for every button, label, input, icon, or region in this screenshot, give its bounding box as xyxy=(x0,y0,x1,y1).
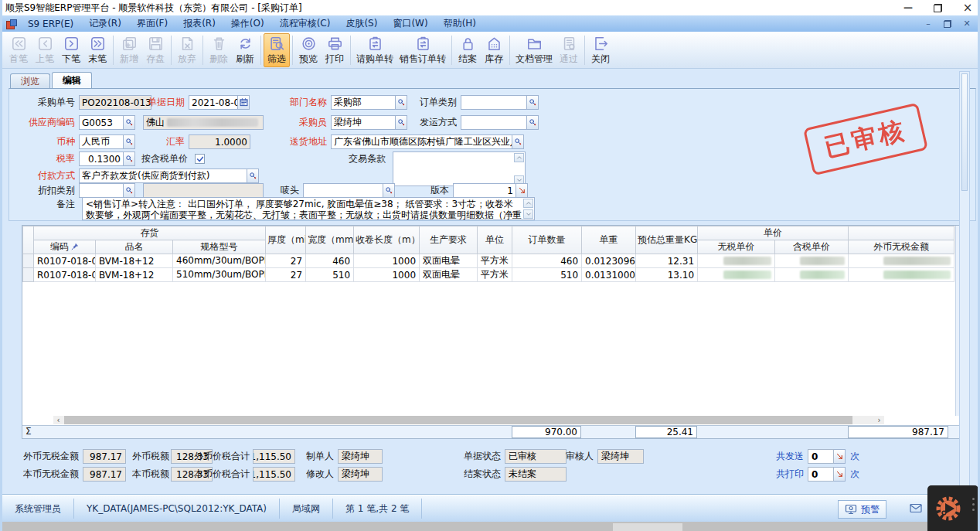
tab-browse[interactable]: 浏览 xyxy=(10,73,50,88)
cell-foreign-amount[interactable] xyxy=(849,268,954,282)
buyer-lookup-icon[interactable] xyxy=(396,115,407,130)
unit-price-group-header[interactable]: 单价 xyxy=(698,226,849,240)
sales-order-transfer-button[interactable]: 销售订单转 xyxy=(396,33,449,67)
cell-name[interactable]: BVM-18+12 xyxy=(96,268,173,282)
cell-spec[interactable]: 510mm/30um/BOPP预涂触... xyxy=(173,268,266,282)
cell-unit[interactable]: 平方米 xyxy=(478,268,512,282)
remark-field[interactable]: <销售订单>转入注意： 出口国外订单， 厚度要够27mic, 胶面电晕值≥38；… xyxy=(82,197,535,220)
mail-icon[interactable] xyxy=(910,502,922,517)
mdi-close-button[interactable]: ✕ xyxy=(962,19,971,29)
cell-unit-weight[interactable]: 0.0123096 xyxy=(582,254,636,268)
cell-total-weight[interactable]: 13.10 xyxy=(636,268,698,282)
scrollbar-thumb[interactable] xyxy=(64,416,852,424)
panel-vertical-scrollbar[interactable] xyxy=(959,71,970,495)
printed-count-value[interactable]: 0 xyxy=(808,467,834,482)
restore-button[interactable] xyxy=(934,4,942,12)
cell-unit-weight[interactable]: 0.0131000 xyxy=(582,268,636,282)
col-thickness[interactable]: 厚度（mic） xyxy=(266,226,306,254)
currency-field[interactable]: 人民币 xyxy=(79,134,124,149)
menu-item-1[interactable]: S9 ERP(E) xyxy=(20,15,81,32)
grid-horizontal-scrollbar[interactable]: ‹ › xyxy=(53,416,884,424)
payment-field[interactable]: 客户齐款发货(供应商货到付款) xyxy=(79,168,247,183)
cell-width[interactable]: 510 xyxy=(306,268,354,282)
mark-field[interactable] xyxy=(303,183,383,198)
supplier-code-field[interactable]: G0053 xyxy=(79,115,124,130)
col-spec[interactable]: 规格型号 xyxy=(173,240,266,254)
overlay-menu-dots[interactable] xyxy=(972,498,975,511)
inventory-button[interactable]: 库存 xyxy=(481,33,507,67)
grid-row[interactable]: R0107-018-0460-...BVM-18+12460mm/30um/BO… xyxy=(23,254,954,268)
cell-thickness[interactable]: 27 xyxy=(266,254,306,268)
mark-lookup-icon[interactable] xyxy=(383,183,395,198)
version-spin-icon[interactable] xyxy=(516,183,528,198)
cell-spec[interactable]: 460mm/30um/BOPP预涂触... xyxy=(173,254,266,268)
last-record-button[interactable]: 末笔 xyxy=(84,33,111,67)
document-management-button[interactable]: 文档管理 xyxy=(512,33,556,67)
col-total-weight[interactable]: 预估总重量KG xyxy=(636,226,698,254)
filter-button[interactable]: 筛选 xyxy=(264,33,290,67)
currency-lookup-icon[interactable] xyxy=(124,134,135,149)
cell-code[interactable]: R0107-018-0460-... xyxy=(34,254,96,268)
cell-qty[interactable]: 510 xyxy=(512,268,582,282)
scroll-down-icon[interactable] xyxy=(523,209,533,219)
pin-icon[interactable] xyxy=(69,241,79,252)
alert-button[interactable]: 预警 xyxy=(838,500,886,519)
cell-length[interactable]: 1000 xyxy=(354,268,420,282)
dept-lookup-icon[interactable] xyxy=(396,95,407,110)
discount-lookup-icon[interactable] xyxy=(124,183,135,198)
menu-item-2[interactable]: 记录(R) xyxy=(81,15,129,32)
po-no-field[interactable]: PO202108-013 xyxy=(79,95,151,110)
requisition-transfer-button[interactable]: 请购单转 xyxy=(353,33,396,67)
address-field[interactable]: 广东省佛山市顺德区陈村镇广隆工业区兴业八路9号之一 xyxy=(331,134,512,149)
row-indicator[interactable] xyxy=(23,268,34,282)
menu-item-5[interactable]: 操作(O) xyxy=(223,15,272,32)
scroll-right-icon[interactable]: › xyxy=(874,416,884,424)
rate-field[interactable]: 1.0000 xyxy=(189,134,250,149)
cell-code[interactable]: R0107-018-0510-... xyxy=(34,268,96,282)
sent-count-value[interactable]: 0 xyxy=(808,449,834,464)
cell-foreign-amount[interactable] xyxy=(849,254,954,268)
cell-unit[interactable]: 平方米 xyxy=(478,254,512,268)
col-price-no-tax[interactable]: 无税单价 xyxy=(698,240,775,254)
menu-item-7[interactable]: 皮肤(S) xyxy=(338,15,385,32)
minimize-button[interactable]: — xyxy=(903,2,914,13)
col-unit[interactable]: 单位 xyxy=(478,226,512,254)
print-button[interactable]: 打印 xyxy=(322,33,348,67)
col-unit-weight[interactable]: 单重 xyxy=(582,226,636,254)
menu-item-6[interactable]: 流程审核(C) xyxy=(272,15,339,32)
supplier-lookup-icon[interactable] xyxy=(124,115,135,130)
address-lookup-icon[interactable] xyxy=(512,134,524,149)
cell-total-weight[interactable]: 12.31 xyxy=(636,254,698,268)
col-prod-req[interactable]: 生产要求 xyxy=(420,226,478,254)
scroll-left-icon[interactable]: ‹ xyxy=(53,416,63,424)
row-indicator[interactable] xyxy=(23,254,34,268)
dept-field[interactable]: 采购部 xyxy=(331,95,396,110)
payment-lookup-icon[interactable] xyxy=(247,168,259,183)
trade-terms-field[interactable] xyxy=(393,151,526,186)
close-case-button[interactable]: 结案 xyxy=(454,33,481,67)
supplier-name-field[interactable]: 佛山 xyxy=(143,115,264,130)
mdi-restore-button[interactable] xyxy=(944,20,951,28)
tab-edit[interactable]: 编辑 xyxy=(52,72,92,88)
mdi-minimize-button[interactable]: – xyxy=(924,19,933,29)
menu-item-8[interactable]: 窗口(W) xyxy=(385,15,435,32)
refresh-button[interactable]: 刷新 xyxy=(232,33,258,67)
menu-item-9[interactable]: 帮助(H) xyxy=(436,15,484,32)
grid-row[interactable]: R0107-018-0510-...BVM-18+12510mm/30um/BO… xyxy=(23,268,954,282)
printed-count-spin-icon[interactable] xyxy=(834,467,846,482)
discount-type-field[interactable] xyxy=(79,183,124,198)
buyer-field[interactable]: 梁绮坤 xyxy=(331,115,396,130)
cell-price-no-tax[interactable] xyxy=(698,254,775,268)
cell-qty[interactable]: 460 xyxy=(512,254,582,268)
col-length[interactable]: 收卷长度（m） xyxy=(354,226,420,254)
cell-prod[interactable]: 双面电晕 xyxy=(420,268,478,282)
close-button[interactable]: × xyxy=(962,2,973,13)
cell-price-no-tax[interactable] xyxy=(698,268,775,282)
cell-width[interactable]: 460 xyxy=(306,254,354,268)
preview-button[interactable]: 预览 xyxy=(295,33,322,67)
calendar-icon[interactable] xyxy=(238,95,250,110)
cell-thickness[interactable]: 27 xyxy=(266,268,306,282)
order-type-lookup-icon[interactable] xyxy=(527,95,539,110)
col-price-with-tax[interactable]: 含税单价 xyxy=(775,240,849,254)
doc-date-field[interactable]: 2021-08-04 xyxy=(189,95,238,110)
